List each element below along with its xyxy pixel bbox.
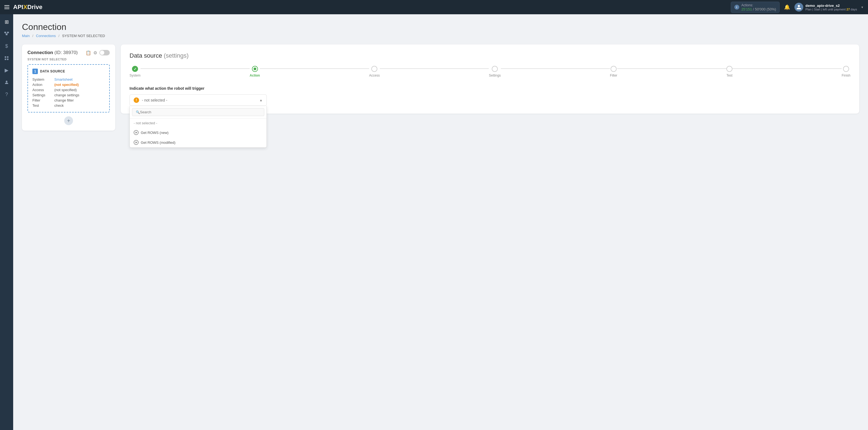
step-access: Access: [369, 66, 380, 78]
actions-label: Actions:: [742, 3, 776, 7]
table-row: Settings change settings: [32, 92, 105, 98]
connection-card-title: Connection (ID: 38970): [27, 50, 78, 55]
breadcrumb: Main / Connections / SYSTEM NOT SELECTED: [22, 34, 859, 38]
sidebar-item-account[interactable]: [1, 77, 12, 88]
svg-line-4: [7, 33, 8, 34]
action-dropdown-menu: - not selected - Get ROWS (new) Get ROWS…: [129, 106, 267, 148]
step-filter: Filter: [610, 66, 617, 78]
svg-rect-8: [7, 59, 8, 60]
user-area[interactable]: demo_apix-drive_s2 Plan | Start | left u…: [795, 3, 864, 11]
step-line-5: [617, 68, 726, 69]
chevron-down-icon: ▼: [861, 6, 864, 9]
table-row: System Smartsheet: [32, 77, 105, 82]
actions-badge: i Actions: 25'151 / 50'000 (50%): [731, 2, 780, 13]
step-label-finish: Finish: [842, 73, 850, 78]
logo: APIXDrive: [13, 4, 42, 11]
step-circle-access: [371, 66, 377, 72]
info-icon: i: [734, 5, 739, 10]
sidebar-item-templates[interactable]: [1, 53, 12, 64]
step-label-settings: Settings: [489, 73, 500, 78]
step-action: Action: [250, 66, 260, 78]
step-label-action: Action: [250, 73, 260, 78]
system-link[interactable]: Smartsheet: [54, 78, 72, 82]
add-block-button[interactable]: +: [64, 116, 73, 125]
step-circle-filter: [611, 66, 617, 72]
svg-rect-5: [5, 56, 6, 58]
step-test: Test: [726, 66, 733, 78]
step-circle-finish: [843, 66, 849, 72]
svg-rect-1: [7, 32, 9, 33]
table-row: Test check: [32, 103, 105, 108]
sidebar: ⊞ $ ▶ ?: [0, 14, 13, 430]
bell-icon[interactable]: 🔔: [784, 4, 790, 10]
user-plan: Plan | Start | left until payment 27 day…: [805, 8, 857, 11]
data-source-block: 1 DATA SOURCE System Smartsheet Action (…: [27, 64, 110, 113]
step-line-1: [141, 68, 250, 69]
dropdown-option-get-rows-modified[interactable]: Get ROWS (modified): [130, 137, 267, 147]
breadcrumb-connections[interactable]: Connections: [36, 34, 56, 38]
step-label-filter: Filter: [610, 73, 617, 78]
table-row: Action (not specified): [32, 82, 105, 87]
connection-card: Connection (ID: 38970) 📋 ⚙ SYSTEM NOT SE…: [22, 44, 115, 131]
system-not-selected-label: SYSTEM NOT SELECTED: [27, 58, 110, 61]
breadcrumb-main[interactable]: Main: [22, 34, 30, 38]
step-line-6: [733, 68, 842, 69]
ds-number: 1: [32, 69, 38, 74]
step-line-3: [380, 68, 489, 69]
dropdown-option-get-rows-new[interactable]: Get ROWS (new): [130, 128, 267, 137]
svg-rect-7: [5, 59, 6, 60]
enable-toggle[interactable]: [99, 50, 110, 55]
steps-row: System Action Access Setti: [129, 66, 850, 78]
svg-rect-2: [6, 34, 8, 35]
play-icon: [134, 130, 138, 135]
svg-rect-0: [4, 32, 6, 33]
play-icon: [134, 140, 138, 145]
warning-icon: !: [134, 97, 139, 103]
step-circle-system: [132, 66, 138, 72]
step-circle-action: [252, 66, 258, 72]
settings-card-title: Data source (settings): [129, 52, 850, 59]
table-row: Access (not specified): [32, 87, 105, 92]
svg-point-9: [6, 81, 7, 82]
search-icon-wrap: [132, 108, 264, 116]
copy-icon[interactable]: 📋: [86, 50, 91, 55]
dropdown-selected-value: - not selected -: [142, 98, 167, 102]
dropdown-search-container: [130, 106, 267, 119]
sidebar-item-help[interactable]: ?: [1, 89, 12, 100]
ds-label: DATA SOURCE: [40, 69, 65, 73]
step-circle-settings: [492, 66, 498, 72]
page-title: Connection: [22, 22, 859, 32]
step-finish: Finish: [842, 66, 850, 78]
actions-count: 25'151 / 50'000 (50%): [742, 7, 776, 11]
ds-table: System Smartsheet Action (not specified)…: [32, 77, 105, 108]
breadcrumb-current: SYSTEM NOT SELECTED: [62, 34, 105, 38]
sidebar-item-dashboard[interactable]: ⊞: [1, 17, 12, 27]
step-label-test: Test: [726, 73, 733, 78]
hamburger-button[interactable]: [4, 5, 9, 9]
dropdown-option-not-selected[interactable]: - not selected -: [130, 119, 267, 128]
sidebar-item-connections[interactable]: [1, 29, 12, 39]
step-label-access: Access: [369, 73, 380, 78]
step-circle-test: [726, 66, 733, 72]
sidebar-item-tutorials[interactable]: ▶: [1, 65, 12, 76]
step-line-2: [260, 68, 369, 69]
table-row: Filter change filter: [32, 98, 105, 103]
svg-line-3: [5, 33, 7, 34]
svg-rect-6: [7, 56, 8, 58]
navbar: APIXDrive i Actions: 25'151 / 50'000 (50…: [0, 0, 868, 14]
user-name: demo_apix-drive_s2: [805, 4, 857, 8]
add-btn-area: +: [27, 116, 110, 125]
step-line-4: [501, 68, 610, 69]
dropdown-search-input[interactable]: [132, 108, 264, 116]
cards-row: Connection (ID: 38970) 📋 ⚙ SYSTEM NOT SE…: [22, 44, 859, 131]
avatar: [795, 3, 803, 11]
sidebar-item-billing[interactable]: $: [1, 41, 12, 52]
action-dropdown-container: ! - not selected - ▲ - not selected -: [129, 94, 267, 106]
gear-icon[interactable]: ⚙: [93, 50, 97, 55]
action-dropdown-trigger[interactable]: ! - not selected - ▲: [129, 94, 267, 106]
dropdown-chevron-icon: ▲: [259, 98, 262, 102]
step-settings: Settings: [489, 66, 500, 78]
indicate-label: Indicate what action the robot will trig…: [129, 86, 850, 91]
action-link[interactable]: (not specified): [54, 83, 79, 87]
step-label-system: System: [129, 73, 141, 78]
